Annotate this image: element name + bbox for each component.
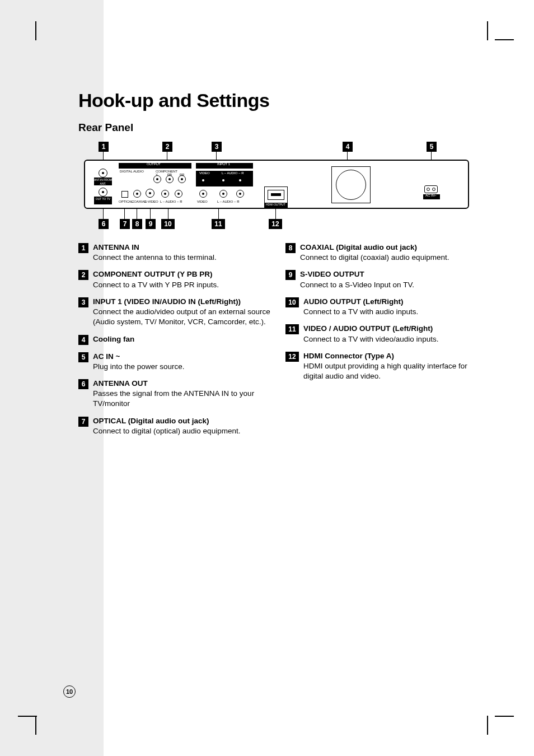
item-title: VIDEO / AUDIO OUTPUT (Left/Right): [303, 324, 433, 333]
crop-mark: [18, 716, 37, 717]
item-text: ANTENNA INConnect the antenna to this te…: [93, 242, 274, 263]
optical-label: OPTICAL: [119, 200, 133, 203]
item-description: HDMI output providing a high quality int…: [303, 362, 467, 380]
crop-mark: [495, 39, 514, 40]
input1-audio-label: L – AUDIO – R: [222, 171, 243, 175]
item-description: Connect to digital (coaxial) audio equip…: [300, 253, 449, 262]
section-title: Rear Panel: [78, 122, 481, 134]
svideo-label: S-VIDEO: [144, 200, 158, 203]
crop-mark: [35, 716, 36, 735]
item-number-badge: 10: [285, 297, 299, 307]
item-number-badge: 3: [78, 297, 88, 307]
coaxial-port-icon: [133, 190, 141, 198]
item-description: Connect to a S-Video Input on TV.: [300, 281, 414, 289]
list-item: 3INPUT 1 (VIDEO IN/AUDIO IN (Left/Right)…: [78, 297, 274, 328]
output-header-label: OUTPUT: [147, 162, 161, 166]
list-item: 1ANTENNA INConnect the antenna to this t…: [78, 242, 274, 263]
item-text: AUDIO OUTPUT (Left/Right)Connect to a TV…: [303, 297, 481, 317]
pb-label: PB: [167, 173, 172, 176]
callout-badge: 11: [212, 219, 225, 229]
item-title: ANTENNA IN: [93, 243, 139, 251]
rear-panel-box: ANT.IN FROM ANT. OUT TO TV OUTPUT INPUT …: [84, 160, 469, 209]
callout-line: [168, 209, 168, 219]
input1-header-label: INPUT 1: [217, 162, 230, 166]
component-pr-port-icon: [178, 175, 186, 183]
input1-header-band: INPUT 1: [196, 163, 253, 169]
callout-badge: 3: [212, 142, 222, 152]
item-title: OPTICAL (Digital audio out jack): [93, 417, 209, 425]
audio-out-r-port-icon: [175, 190, 182, 198]
list-item: 11VIDEO / AUDIO OUTPUT (Left/Right)Conne…: [285, 324, 481, 344]
item-number-badge: 2: [78, 270, 88, 280]
item-title: AUDIO OUTPUT (Left/Right): [303, 297, 403, 306]
input1-video-label: VIDEO: [199, 171, 210, 175]
item-description: Connect to a TV with video/audio inputs.: [303, 335, 438, 343]
hdmi-output-label: HDMI OUTPUT: [266, 203, 285, 206]
item-text: AC IN ~Plug into the power source.: [93, 352, 274, 372]
crop-mark: [487, 21, 488, 40]
input1-audio-l-port-icon: [219, 176, 227, 184]
component-y-port-icon: [153, 175, 161, 183]
item-text: COAXIAL (Digital audio out jack)Connect …: [300, 242, 481, 263]
cooling-fan-icon: [336, 170, 366, 200]
list-item: 9S-VIDEO OUTPUTConnect to a S-Video Inpu…: [285, 269, 481, 290]
acin-label-band: AC IN~: [423, 194, 440, 199]
component-label: COMPONENT: [156, 170, 177, 173]
callout-badge: 10: [161, 219, 175, 229]
item-text: ANTENNA OUTPasses the signal from the AN…: [93, 379, 274, 409]
callout-badge: 6: [99, 219, 109, 229]
manual-page: Hook-up and Settings Rear Panel 1 2 3 4 …: [0, 0, 534, 756]
list-item: 8COAXIAL (Digital audio out jack)Connect…: [285, 242, 481, 263]
item-text: OPTICAL (Digital audio out jack)Connect …: [93, 416, 274, 436]
page-title: Hook-up and Settings: [78, 90, 481, 111]
item-description: Plug into the power source.: [93, 362, 185, 371]
callout-row-bottom: 6 7 8 9 10 11 12: [78, 214, 470, 237]
callout-badge: 5: [427, 142, 437, 152]
callout-badge: 9: [146, 219, 156, 229]
item-description: Connect to digital (optical) audio equip…: [93, 427, 240, 435]
callout-badge: 12: [269, 219, 282, 229]
item-number-badge: 12: [285, 352, 299, 362]
callout-line: [137, 209, 137, 219]
page-number: 10: [63, 685, 76, 698]
item-description: Passes the signal from the ANTENNA IN to…: [93, 389, 254, 408]
hdmi-port-icon: [268, 190, 284, 200]
audio-out-l-port-icon: [161, 190, 169, 198]
item-title: COAXIAL (Digital audio out jack): [300, 243, 417, 251]
callout-badge: 7: [120, 219, 130, 229]
item-number-badge: 4: [78, 335, 88, 345]
list-item: 2COMPONENT OUTPUT (Y PB PR)Connect to a …: [78, 269, 274, 290]
antenna-ports: ANT.IN FROM ANT. OUT TO TV: [93, 166, 113, 201]
hdmi-label-band: HDMI OUTPUT: [264, 203, 288, 208]
video-out-port-icon: [199, 190, 207, 198]
list-item: 12HDMI Connector (Type A)HDMI output pro…: [285, 351, 481, 382]
pr-label: PR: [180, 173, 184, 176]
callout-line: [218, 209, 219, 219]
crop-mark: [35, 21, 36, 40]
video-out-label: VIDEO: [197, 200, 208, 203]
acin-label: AC IN~: [425, 194, 437, 197]
item-description: Connect the audio/video output of an ext…: [93, 307, 270, 326]
antenna-out-label: OUT TO TV: [94, 197, 112, 204]
audio-out-label: L – AUDIO – R: [160, 200, 182, 203]
item-title: S-VIDEO OUTPUT: [300, 270, 364, 278]
item-description: Connect the antenna to this terminal.: [93, 253, 217, 262]
list-item: 4Cooling fan: [78, 334, 274, 345]
item-title: AC IN ~: [93, 352, 120, 361]
input1-video-port-icon: [199, 176, 207, 184]
list-item: 6ANTENNA OUTPasses the signal from the A…: [78, 379, 274, 409]
antenna-out-port-icon: [99, 188, 107, 197]
item-number-badge: 7: [78, 417, 88, 427]
item-description: Connect to a TV with Y PB PR inputs.: [93, 281, 219, 289]
digital-audio-label: DIGITAL AUDIO: [120, 170, 144, 173]
antenna-in-port-icon: [99, 169, 107, 178]
content-area: Hook-up and Settings Rear Panel 1 2 3 4 …: [78, 90, 481, 443]
callout-line: [124, 209, 125, 219]
callout-badge: 4: [343, 142, 353, 152]
item-number-badge: 11: [285, 324, 299, 334]
list-item: 5AC IN ~Plug into the power source.: [78, 352, 274, 372]
callout-line: [103, 209, 104, 219]
y-label: Y: [156, 173, 158, 176]
av-out-audio-l-port-icon: [219, 190, 227, 198]
item-text: HDMI Connector (Type A)HDMI output provi…: [303, 351, 481, 382]
